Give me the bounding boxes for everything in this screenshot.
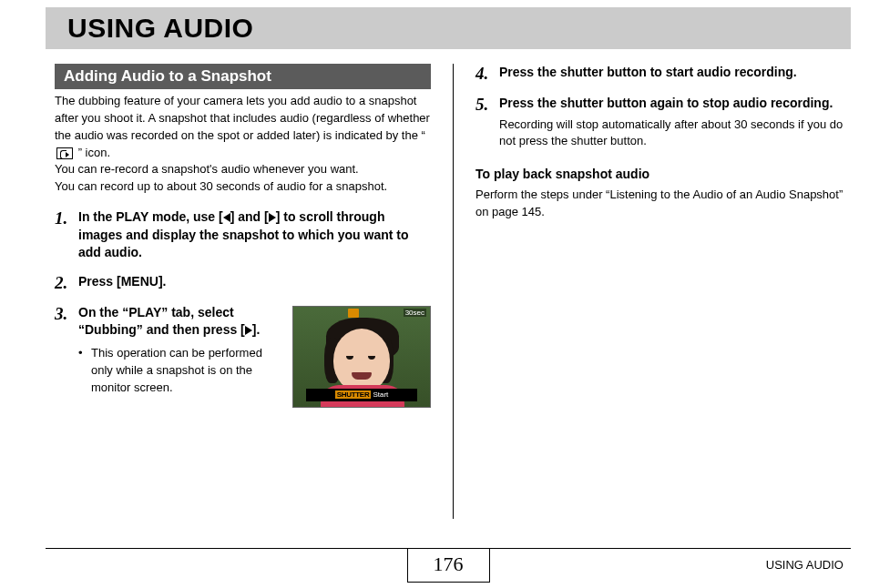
step-3: 3. On the “PLAY” tab, select “Dubbing” a… <box>55 304 431 408</box>
step-5-sub: Recording will stop automatically after … <box>499 117 851 151</box>
right-arrow-icon <box>269 213 276 222</box>
step-1-b: ] and [ <box>230 209 269 224</box>
intro-text-b: ” icon. <box>78 146 110 159</box>
left-column: Adding Audio to a Snapshot The dubbing f… <box>55 64 453 519</box>
step-2-title: Press [MENU]. <box>78 273 431 291</box>
page-title-bar: USING AUDIO <box>46 7 851 49</box>
step-5-title: Press the shutter button again to stop a… <box>499 95 851 113</box>
step-3-a: On the “PLAY” tab, select “Dubbing” and … <box>78 305 245 338</box>
bullet-text: This operation can be performed only whi… <box>91 345 278 397</box>
bullet-dot-icon: • <box>78 345 91 397</box>
content-columns: Adding Audio to a Snapshot The dubbing f… <box>55 64 851 519</box>
shutter-label: SHUTTER <box>335 390 372 399</box>
step-3-b: ]. <box>252 322 261 337</box>
camera-screenshot: 30sec SH <box>292 306 431 408</box>
footer-caption: USING AUDIO <box>766 558 843 572</box>
step-2: 2. Press [MENU]. <box>55 273 431 293</box>
step-1-title: In the PLAY mode, use [] and [] to scrol… <box>78 208 431 262</box>
playback-heading: To play back snapshot audio <box>475 167 851 181</box>
page-title: USING AUDIO <box>67 13 851 44</box>
start-label: Start <box>373 390 388 399</box>
page-number: 176 <box>407 549 490 583</box>
step-4-title: Press the shutter button to start audio … <box>499 64 851 82</box>
step-number: 2. <box>55 273 78 293</box>
right-arrow-icon <box>245 326 252 335</box>
screenshot-time-badge: 30sec <box>404 309 426 317</box>
bullet-item: • This operation can be performed only w… <box>78 345 278 397</box>
steps-left: 1. In the PLAY mode, use [] and [] to sc… <box>55 208 431 408</box>
step-1: 1. In the PLAY mode, use [] and [] to sc… <box>55 208 431 262</box>
step-number: 4. <box>475 64 499 84</box>
screenshot-shutter-bar: SHUTTER Start <box>306 389 417 401</box>
step-number: 3. <box>55 304 78 408</box>
intro-text-d: You can record up to about 30 seconds of… <box>55 179 387 193</box>
step-number: 5. <box>475 95 499 150</box>
section-heading: Adding Audio to a Snapshot <box>55 64 431 89</box>
intro-paragraph: The dubbing feature of your camera lets … <box>55 93 431 196</box>
right-column: 4. Press the shutter button to start aud… <box>453 64 851 519</box>
step-5: 5. Press the shutter button again to sto… <box>475 95 851 150</box>
intro-text-a: The dubbing feature of your camera lets … <box>55 94 430 142</box>
step-3-bullets: • This operation can be performed only w… <box>78 345 278 397</box>
step-number: 1. <box>55 208 78 262</box>
step-4: 4. Press the shutter button to start aud… <box>475 64 851 84</box>
audio-snapshot-icon <box>56 147 73 159</box>
step-1-a: In the PLAY mode, use [ <box>78 209 223 224</box>
step-3-title: On the “PLAY” tab, select “Dubbing” and … <box>78 304 278 340</box>
left-arrow-icon <box>223 213 230 222</box>
playback-text: Perform the steps under “Listening to th… <box>475 187 851 221</box>
intro-text-c: You can re-record a snapshot's audio whe… <box>55 162 359 176</box>
page-footer: 176 USING AUDIO <box>46 548 851 588</box>
screenshot-rec-icon <box>348 309 359 318</box>
